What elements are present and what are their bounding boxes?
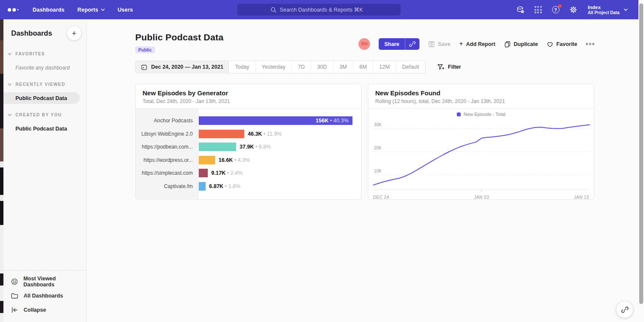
date-range-label: Dec 24, 2020 — Jan 13, 2021 xyxy=(151,64,223,70)
bar-row: https://wordpress.or...16.6K • 4.3% xyxy=(136,154,361,167)
app-logo-icon[interactable] xyxy=(8,8,21,12)
sidebar-item-public-podcast-data[interactable]: Public Podcast Data xyxy=(3,123,86,134)
item-label: Public Podcast Data xyxy=(15,126,67,132)
new-dashboard-button[interactable]: + xyxy=(67,26,81,40)
bar-track: 46.3K • 11.9% xyxy=(199,130,361,138)
settings-gear-icon[interactable] xyxy=(568,5,578,15)
save-button[interactable]: Save xyxy=(428,41,450,48)
chevron-down-icon xyxy=(624,9,628,11)
more-options-button[interactable] xyxy=(586,41,595,47)
bar[interactable]: 37.9K • 9.8% xyxy=(199,143,236,151)
scrollbar-thumb[interactable] xyxy=(639,3,643,304)
nav-item-reports[interactable]: Reports xyxy=(77,7,105,13)
add-report-label: Add Report xyxy=(466,41,495,47)
duplicate-label: Duplicate xyxy=(514,41,538,47)
smiley-icon xyxy=(11,278,18,286)
add-report-button[interactable]: + Add Report xyxy=(459,41,495,47)
data-taxonomy-icon[interactable] xyxy=(516,5,525,15)
bar-category-label: https://simplecast.com xyxy=(136,170,199,176)
page-actions: RH Share Save + Add Report xyxy=(358,38,594,50)
bar[interactable]: 6.87K • 1.8% xyxy=(199,182,206,191)
sidebar-item-public-podcast-data[interactable]: Public Podcast Data xyxy=(3,92,80,104)
card-header[interactable]: New Episodes Found Rolling (12 hours), t… xyxy=(368,84,594,109)
calendar-icon xyxy=(141,64,147,70)
chart-legend[interactable]: New Episode - Total xyxy=(373,109,589,119)
bar-row: https://simplecast.com9.17K • 2.4% xyxy=(136,167,361,180)
avatar[interactable]: RH xyxy=(358,38,370,50)
apps-grid-icon[interactable] xyxy=(533,5,543,15)
preset-12m[interactable]: 12M xyxy=(373,61,396,73)
bar-value-label: 156K • 40.3% xyxy=(316,116,349,125)
favorite-button[interactable]: Favorite xyxy=(547,41,577,48)
date-range-picker[interactable]: Dec 24, 2020 — Jan 13, 2021 xyxy=(136,61,229,73)
footer-label: All Dashboards xyxy=(24,293,63,299)
share-link-fab[interactable] xyxy=(617,301,633,318)
search-icon xyxy=(270,7,276,13)
line-chart-svg[interactable]: 10K20K30K xyxy=(373,119,590,192)
duplicate-button[interactable]: Duplicate xyxy=(504,41,538,48)
line-chart-card: New Episodes Found Rolling (12 hours), t… xyxy=(368,84,594,200)
bar-category-label: https://podbean.com... xyxy=(136,144,199,150)
filter-button[interactable]: Filter xyxy=(437,64,461,70)
help-icon[interactable]: ? xyxy=(551,5,560,15)
x-tick: JAN 13 xyxy=(574,195,589,200)
sidebar-title: Dashboards xyxy=(11,29,52,37)
preset-default[interactable]: Default xyxy=(396,61,425,73)
nav-item-dashboards[interactable]: Dashboards xyxy=(33,7,64,13)
all-dashboards[interactable]: All Dashboards xyxy=(3,289,86,303)
card-header[interactable]: New Episodes by Generator Total, Dec 24t… xyxy=(136,84,361,109)
nav-item-label: Users xyxy=(118,7,133,13)
bar-category-label: https://wordpress.or... xyxy=(136,157,199,163)
bar-value-label: 9.17K • 2.4% xyxy=(211,169,243,177)
folder-icon xyxy=(11,292,18,300)
section-label: CREATED BY YOU xyxy=(15,112,62,117)
bar-category-label: Anchor Podcasts xyxy=(136,118,199,124)
section-created-by-you[interactable]: CREATED BY YOU xyxy=(3,112,86,117)
y-tick-label: 20K xyxy=(374,146,382,150)
bar[interactable]: 46.3K • 11.9% xyxy=(199,130,244,138)
share-label[interactable]: Share xyxy=(379,38,405,50)
global-search[interactable] xyxy=(237,4,401,15)
bar-chart-area: Anchor Podcasts156K • 40.3%Libsyn WebEng… xyxy=(136,109,361,199)
preset-30d[interactable]: 30D xyxy=(311,61,334,73)
bar-value-label: 6.87K • 1.8% xyxy=(209,182,240,191)
nav-item-label: Reports xyxy=(77,7,98,13)
bar[interactable]: 16.6K • 4.3% xyxy=(199,156,215,164)
legend-label: New Episode - Total xyxy=(464,112,506,117)
preset-7d[interactable]: 7D xyxy=(292,61,311,73)
item-label: Public Podcast Data xyxy=(15,95,67,101)
bar-track: 156K • 40.3% xyxy=(199,116,361,125)
copy-link-button[interactable] xyxy=(405,38,419,50)
collapse-sidebar[interactable]: Collapse xyxy=(3,303,86,317)
bar[interactable]: 9.17K • 2.4% xyxy=(199,169,208,177)
scrollbar-track xyxy=(638,0,644,322)
public-badge: Public xyxy=(135,46,155,53)
preset-6m[interactable]: 6M xyxy=(353,61,373,73)
preset-today[interactable]: Today xyxy=(229,61,255,73)
nav-item-users[interactable]: Users xyxy=(118,7,133,13)
x-tick: DEC 24 xyxy=(373,195,389,200)
bar-row: Anchor Podcasts156K • 40.3% xyxy=(136,114,361,128)
bar-track: 16.6K • 4.3% xyxy=(199,156,361,164)
filter-label: Filter xyxy=(448,64,461,70)
preset-3m[interactable]: 3M xyxy=(334,61,353,73)
bar-value-label: 37.9K • 9.8% xyxy=(240,143,271,151)
bar[interactable]: 156K • 40.3% xyxy=(199,116,352,125)
preset-yesterday[interactable]: Yesterday xyxy=(256,61,292,73)
share-button[interactable]: Share xyxy=(379,38,419,50)
line-series[interactable] xyxy=(373,125,590,185)
bar-chart-card: New Episodes by Generator Total, Dec 24t… xyxy=(135,84,361,200)
project-switcher[interactable]: Index All Project Data xyxy=(588,4,628,15)
bar-category-label: Libsyn WebEngine 2.0 xyxy=(136,131,199,137)
filter-funnel-icon xyxy=(437,64,444,70)
favorite-label: Favorite xyxy=(556,41,577,47)
chevron-down-icon xyxy=(101,9,105,11)
chart-subtitle: Total, Dec 24th, 2020 - Jan 13th, 2021 xyxy=(143,98,354,104)
top-nav: Dashboards Reports Users ? xyxy=(0,0,644,19)
bar-value-label: 16.6K • 4.3% xyxy=(219,156,250,164)
footer-label: Most Viewed Dashboards xyxy=(23,276,86,288)
section-favorites[interactable]: FAVORITES xyxy=(3,52,86,56)
section-recently-viewed[interactable]: RECENTLY VIEWED xyxy=(3,82,86,87)
search-input[interactable] xyxy=(280,7,368,13)
most-viewed-dashboards[interactable]: Most Viewed Dashboards xyxy=(3,274,86,289)
